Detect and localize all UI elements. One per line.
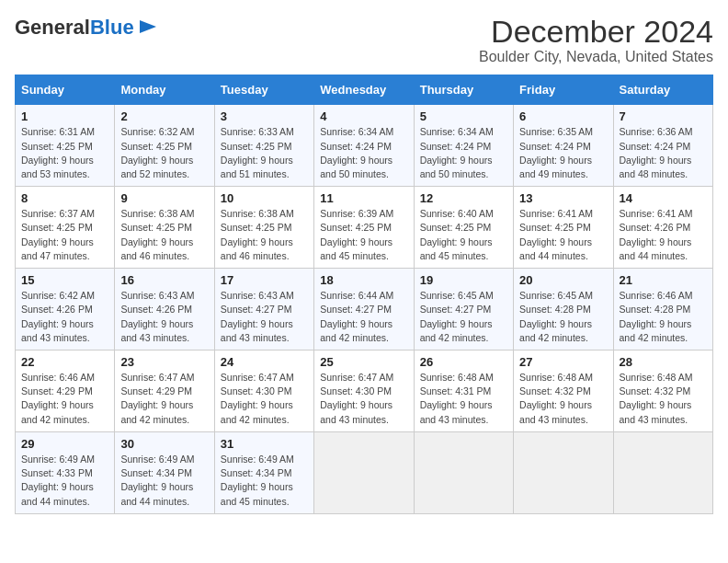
day-of-week-header: Tuesday [214, 75, 313, 105]
logo-arrow-icon [138, 17, 158, 37]
calendar-day-cell: 7 Sunrise: 6:36 AMSunset: 4:24 PMDayligh… [613, 105, 712, 187]
day-of-week-header: Thursday [414, 75, 513, 105]
day-of-week-header: Friday [514, 75, 613, 105]
day-info: Sunrise: 6:34 AMSunset: 4:24 PMDaylight:… [320, 125, 407, 181]
day-number: 20 [519, 273, 607, 287]
calendar-day-cell: 15 Sunrise: 6:42 AMSunset: 4:26 PMDaylig… [16, 269, 115, 350]
day-info: Sunrise: 6:41 AMSunset: 4:25 PMDaylight:… [519, 207, 607, 263]
day-info: Sunrise: 6:42 AMSunset: 4:26 PMDaylight:… [21, 289, 108, 345]
day-info: Sunrise: 6:35 AMSunset: 4:24 PMDaylight:… [519, 125, 607, 181]
day-info: Sunrise: 6:40 AMSunset: 4:25 PMDaylight:… [420, 207, 507, 263]
day-of-week-header: Sunday [16, 75, 115, 105]
day-info: Sunrise: 6:33 AMSunset: 4:25 PMDaylight:… [221, 125, 308, 181]
calendar-day-cell [613, 431, 712, 513]
day-info: Sunrise: 6:46 AMSunset: 4:28 PMDaylight:… [620, 289, 707, 345]
day-info: Sunrise: 6:49 AMSunset: 4:33 PMDaylight:… [21, 453, 108, 509]
day-number: 9 [120, 191, 208, 205]
day-number: 7 [620, 109, 707, 123]
calendar-week-row: 1 Sunrise: 6:31 AMSunset: 4:25 PMDayligh… [16, 105, 713, 187]
calendar-day-cell: 13 Sunrise: 6:41 AMSunset: 4:25 PMDaylig… [514, 187, 613, 269]
day-of-week-header: Monday [115, 75, 214, 105]
day-number: 5 [420, 109, 507, 123]
calendar-day-cell: 28 Sunrise: 6:48 AMSunset: 4:32 PMDaylig… [613, 350, 712, 432]
day-info: Sunrise: 6:43 AMSunset: 4:26 PMDaylight:… [120, 289, 208, 345]
day-number: 31 [221, 437, 308, 451]
day-number: 27 [519, 355, 607, 369]
day-of-week-header: Saturday [613, 75, 712, 105]
day-number: 23 [120, 355, 208, 369]
day-info: Sunrise: 6:48 AMSunset: 4:31 PMDaylight:… [420, 371, 507, 427]
calendar-day-cell: 14 Sunrise: 6:41 AMSunset: 4:26 PMDaylig… [613, 187, 712, 269]
day-info: Sunrise: 6:38 AMSunset: 4:25 PMDaylight:… [120, 207, 208, 263]
day-number: 14 [620, 191, 707, 205]
calendar-day-cell: 11 Sunrise: 6:39 AMSunset: 4:25 PMDaylig… [314, 187, 414, 269]
day-info: Sunrise: 6:39 AMSunset: 4:25 PMDaylight:… [320, 207, 407, 263]
calendar: SundayMondayTuesdayWednesdayThursdayFrid… [15, 75, 713, 513]
day-number: 10 [221, 191, 308, 205]
calendar-day-cell: 26 Sunrise: 6:48 AMSunset: 4:31 PMDaylig… [414, 350, 513, 432]
calendar-day-cell [514, 431, 613, 513]
location-title: Boulder City, Nevada, United States [479, 49, 713, 65]
day-number: 24 [221, 355, 308, 369]
day-number: 4 [320, 109, 407, 123]
day-number: 18 [320, 273, 407, 287]
day-number: 26 [420, 355, 507, 369]
calendar-day-cell: 8 Sunrise: 6:37 AMSunset: 4:25 PMDayligh… [16, 187, 115, 269]
day-info: Sunrise: 6:49 AMSunset: 4:34 PMDaylight:… [120, 453, 208, 509]
day-info: Sunrise: 6:47 AMSunset: 4:30 PMDaylight:… [221, 371, 308, 427]
calendar-day-cell: 21 Sunrise: 6:46 AMSunset: 4:28 PMDaylig… [613, 269, 712, 350]
calendar-day-cell: 16 Sunrise: 6:43 AMSunset: 4:26 PMDaylig… [115, 269, 214, 350]
day-number: 12 [420, 191, 507, 205]
day-info: Sunrise: 6:32 AMSunset: 4:25 PMDaylight:… [120, 125, 208, 181]
calendar-day-cell: 25 Sunrise: 6:47 AMSunset: 4:30 PMDaylig… [314, 350, 414, 432]
day-number: 30 [120, 437, 208, 451]
calendar-day-cell: 17 Sunrise: 6:43 AMSunset: 4:27 PMDaylig… [214, 269, 313, 350]
day-info: Sunrise: 6:45 AMSunset: 4:28 PMDaylight:… [519, 289, 607, 345]
day-of-week-header: Wednesday [314, 75, 414, 105]
day-info: Sunrise: 6:38 AMSunset: 4:25 PMDaylight:… [221, 207, 308, 263]
calendar-week-row: 29 Sunrise: 6:49 AMSunset: 4:33 PMDaylig… [16, 431, 713, 513]
calendar-day-cell: 6 Sunrise: 6:35 AMSunset: 4:24 PMDayligh… [514, 105, 613, 187]
calendar-day-cell [314, 431, 414, 513]
calendar-day-cell: 12 Sunrise: 6:40 AMSunset: 4:25 PMDaylig… [414, 187, 513, 269]
day-number: 22 [21, 355, 108, 369]
day-info: Sunrise: 6:43 AMSunset: 4:27 PMDaylight:… [221, 289, 308, 345]
calendar-day-cell: 23 Sunrise: 6:47 AMSunset: 4:29 PMDaylig… [115, 350, 214, 432]
day-number: 25 [320, 355, 407, 369]
calendar-day-cell: 22 Sunrise: 6:46 AMSunset: 4:29 PMDaylig… [16, 350, 115, 432]
day-info: Sunrise: 6:41 AMSunset: 4:26 PMDaylight:… [620, 207, 707, 263]
day-number: 29 [21, 437, 108, 451]
month-title: December 2024 [479, 15, 713, 49]
calendar-day-cell: 31 Sunrise: 6:49 AMSunset: 4:34 PMDaylig… [214, 431, 313, 513]
calendar-day-cell: 4 Sunrise: 6:34 AMSunset: 4:24 PMDayligh… [314, 105, 414, 187]
day-number: 17 [221, 273, 308, 287]
calendar-day-cell: 19 Sunrise: 6:45 AMSunset: 4:27 PMDaylig… [414, 269, 513, 350]
day-info: Sunrise: 6:34 AMSunset: 4:24 PMDaylight:… [420, 125, 507, 181]
calendar-week-row: 8 Sunrise: 6:37 AMSunset: 4:25 PMDayligh… [16, 187, 713, 269]
day-info: Sunrise: 6:47 AMSunset: 4:30 PMDaylight:… [320, 371, 407, 427]
calendar-day-cell: 9 Sunrise: 6:38 AMSunset: 4:25 PMDayligh… [115, 187, 214, 269]
header: GeneralBlue December 2024 Boulder City, … [15, 15, 713, 65]
day-info: Sunrise: 6:49 AMSunset: 4:34 PMDaylight:… [221, 453, 308, 509]
day-number: 15 [21, 273, 108, 287]
day-info: Sunrise: 6:45 AMSunset: 4:27 PMDaylight:… [420, 289, 507, 345]
calendar-day-cell: 18 Sunrise: 6:44 AMSunset: 4:27 PMDaylig… [314, 269, 414, 350]
day-info: Sunrise: 6:48 AMSunset: 4:32 PMDaylight:… [519, 371, 607, 427]
calendar-day-cell: 24 Sunrise: 6:47 AMSunset: 4:30 PMDaylig… [214, 350, 313, 432]
day-info: Sunrise: 6:44 AMSunset: 4:27 PMDaylight:… [320, 289, 407, 345]
day-number: 3 [221, 109, 308, 123]
calendar-day-cell: 20 Sunrise: 6:45 AMSunset: 4:28 PMDaylig… [514, 269, 613, 350]
day-info: Sunrise: 6:47 AMSunset: 4:29 PMDaylight:… [120, 371, 208, 427]
day-number: 21 [620, 273, 707, 287]
calendar-day-cell: 1 Sunrise: 6:31 AMSunset: 4:25 PMDayligh… [16, 105, 115, 187]
day-number: 2 [120, 109, 208, 123]
calendar-day-cell: 2 Sunrise: 6:32 AMSunset: 4:25 PMDayligh… [115, 105, 214, 187]
day-info: Sunrise: 6:37 AMSunset: 4:25 PMDaylight:… [21, 207, 108, 263]
day-info: Sunrise: 6:46 AMSunset: 4:29 PMDaylight:… [21, 371, 108, 427]
day-number: 16 [120, 273, 208, 287]
day-number: 28 [620, 355, 707, 369]
calendar-week-row: 15 Sunrise: 6:42 AMSunset: 4:26 PMDaylig… [16, 269, 713, 350]
calendar-day-cell: 10 Sunrise: 6:38 AMSunset: 4:25 PMDaylig… [214, 187, 313, 269]
logo-text: GeneralBlue [15, 17, 134, 38]
title-area: December 2024 Boulder City, Nevada, Unit… [479, 15, 713, 65]
